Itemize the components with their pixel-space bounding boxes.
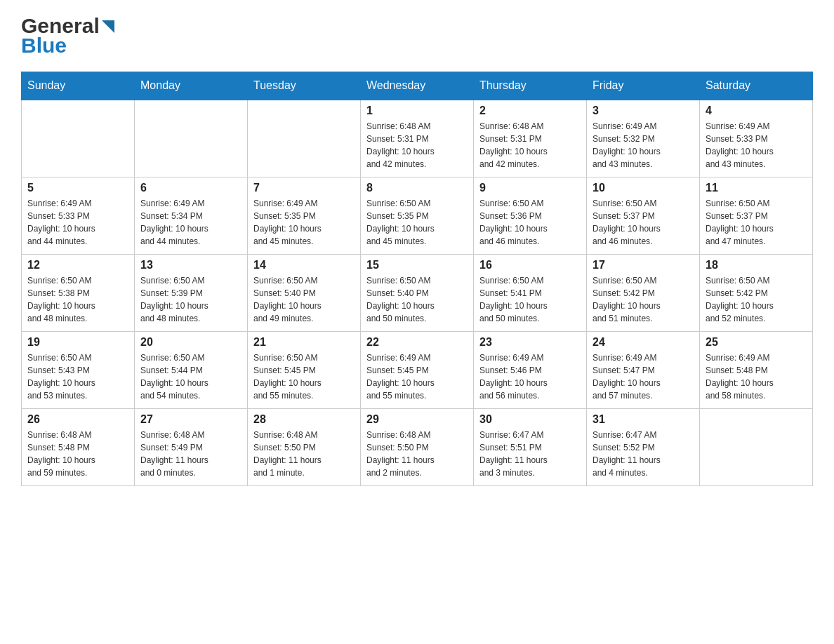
calendar-cell: 11Sunrise: 6:50 AM Sunset: 5:37 PM Dayli… (700, 177, 813, 254)
calendar-week-row: 5Sunrise: 6:49 AM Sunset: 5:33 PM Daylig… (22, 177, 813, 254)
day-number: 8 (366, 182, 468, 194)
day-number: 29 (366, 413, 468, 426)
day-number: 30 (479, 413, 581, 426)
calendar-cell: 30Sunrise: 6:47 AM Sunset: 5:51 PM Dayli… (474, 408, 587, 485)
calendar-cell: 13Sunrise: 6:50 AM Sunset: 5:39 PM Dayli… (135, 254, 248, 331)
day-info: Sunrise: 6:50 AM Sunset: 5:38 PM Dayligh… (27, 274, 128, 325)
calendar-cell: 21Sunrise: 6:50 AM Sunset: 5:45 PM Dayli… (248, 331, 361, 408)
logo: General Blue (21, 14, 114, 58)
day-info: Sunrise: 6:50 AM Sunset: 5:36 PM Dayligh… (479, 197, 581, 248)
svg-marker-0 (102, 20, 114, 33)
day-info: Sunrise: 6:49 AM Sunset: 5:33 PM Dayligh… (27, 197, 128, 248)
calendar-cell: 27Sunrise: 6:48 AM Sunset: 5:49 PM Dayli… (135, 408, 248, 485)
calendar-cell: 20Sunrise: 6:50 AM Sunset: 5:44 PM Dayli… (135, 331, 248, 408)
day-number: 25 (706, 336, 807, 349)
calendar-cell: 31Sunrise: 6:47 AM Sunset: 5:52 PM Dayli… (587, 408, 700, 485)
day-number: 24 (593, 336, 694, 349)
day-info: Sunrise: 6:48 AM Sunset: 5:50 PM Dayligh… (253, 429, 355, 479)
day-number: 6 (140, 182, 241, 194)
day-info: Sunrise: 6:49 AM Sunset: 5:45 PM Dayligh… (366, 351, 468, 402)
calendar-cell: 12Sunrise: 6:50 AM Sunset: 5:38 PM Dayli… (22, 254, 135, 331)
day-info: Sunrise: 6:50 AM Sunset: 5:39 PM Dayligh… (140, 274, 241, 325)
day-info: Sunrise: 6:50 AM Sunset: 5:37 PM Dayligh… (593, 197, 694, 248)
day-info: Sunrise: 6:50 AM Sunset: 5:35 PM Dayligh… (366, 197, 468, 248)
calendar-cell: 1Sunrise: 6:48 AM Sunset: 5:31 PM Daylig… (361, 100, 474, 177)
day-number: 22 (366, 336, 468, 349)
calendar-cell: 3Sunrise: 6:49 AM Sunset: 5:32 PM Daylig… (587, 100, 700, 177)
day-info: Sunrise: 6:48 AM Sunset: 5:31 PM Dayligh… (366, 120, 468, 170)
calendar-cell: 23Sunrise: 6:49 AM Sunset: 5:46 PM Dayli… (474, 331, 587, 408)
day-number: 18 (706, 259, 807, 271)
day-number: 31 (593, 413, 694, 426)
day-number: 12 (27, 259, 128, 271)
day-info: Sunrise: 6:49 AM Sunset: 5:34 PM Dayligh… (140, 197, 241, 248)
day-number: 13 (140, 259, 241, 271)
calendar-cell: 16Sunrise: 6:50 AM Sunset: 5:41 PM Dayli… (474, 254, 587, 331)
calendar-cell: 26Sunrise: 6:48 AM Sunset: 5:48 PM Dayli… (22, 408, 135, 485)
calendar-cell: 2Sunrise: 6:48 AM Sunset: 5:31 PM Daylig… (474, 100, 587, 177)
calendar-week-row: 12Sunrise: 6:50 AM Sunset: 5:38 PM Dayli… (22, 254, 813, 331)
calendar-cell (135, 100, 248, 177)
day-info: Sunrise: 6:49 AM Sunset: 5:48 PM Dayligh… (706, 351, 807, 402)
calendar-cell: 9Sunrise: 6:50 AM Sunset: 5:36 PM Daylig… (474, 177, 587, 254)
calendar-cell: 25Sunrise: 6:49 AM Sunset: 5:48 PM Dayli… (700, 331, 813, 408)
weekday-header-saturday: Saturday (700, 72, 813, 100)
day-info: Sunrise: 6:50 AM Sunset: 5:42 PM Dayligh… (593, 274, 694, 325)
calendar-cell: 10Sunrise: 6:50 AM Sunset: 5:37 PM Dayli… (587, 177, 700, 254)
day-number: 7 (253, 182, 355, 194)
calendar-cell: 4Sunrise: 6:49 AM Sunset: 5:33 PM Daylig… (700, 100, 813, 177)
day-info: Sunrise: 6:50 AM Sunset: 5:43 PM Dayligh… (27, 351, 128, 402)
calendar-body: 1Sunrise: 6:48 AM Sunset: 5:31 PM Daylig… (22, 100, 813, 485)
day-info: Sunrise: 6:50 AM Sunset: 5:40 PM Dayligh… (253, 274, 355, 325)
calendar-cell: 19Sunrise: 6:50 AM Sunset: 5:43 PM Dayli… (22, 331, 135, 408)
calendar-week-row: 1Sunrise: 6:48 AM Sunset: 5:31 PM Daylig… (22, 100, 813, 177)
day-number: 19 (27, 336, 128, 349)
day-info: Sunrise: 6:48 AM Sunset: 5:31 PM Dayligh… (479, 120, 581, 170)
calendar-header: SundayMondayTuesdayWednesdayThursdayFrid… (22, 72, 813, 100)
day-info: Sunrise: 6:48 AM Sunset: 5:48 PM Dayligh… (27, 429, 128, 479)
day-number: 23 (479, 336, 581, 349)
day-number: 28 (253, 413, 355, 426)
page-header: General Blue (21, 14, 813, 58)
weekday-header-tuesday: Tuesday (248, 72, 361, 100)
day-info: Sunrise: 6:50 AM Sunset: 5:42 PM Dayligh… (706, 274, 807, 325)
day-number: 17 (593, 259, 694, 271)
logo-blue-text: Blue (21, 34, 67, 57)
day-info: Sunrise: 6:50 AM Sunset: 5:37 PM Dayligh… (706, 197, 807, 248)
calendar-cell: 8Sunrise: 6:50 AM Sunset: 5:35 PM Daylig… (361, 177, 474, 254)
weekday-header-thursday: Thursday (474, 72, 587, 100)
weekday-header-friday: Friday (587, 72, 700, 100)
calendar-week-row: 19Sunrise: 6:50 AM Sunset: 5:43 PM Dayli… (22, 331, 813, 408)
weekday-header-monday: Monday (135, 72, 248, 100)
day-number: 11 (706, 182, 807, 194)
calendar-cell (248, 100, 361, 177)
day-number: 5 (27, 182, 128, 194)
day-number: 20 (140, 336, 241, 349)
day-number: 14 (253, 259, 355, 271)
day-info: Sunrise: 6:49 AM Sunset: 5:47 PM Dayligh… (593, 351, 694, 402)
calendar-cell: 15Sunrise: 6:50 AM Sunset: 5:40 PM Dayli… (361, 254, 474, 331)
day-info: Sunrise: 6:49 AM Sunset: 5:32 PM Dayligh… (593, 120, 694, 170)
calendar-cell (700, 408, 813, 485)
day-info: Sunrise: 6:48 AM Sunset: 5:50 PM Dayligh… (366, 429, 468, 479)
day-info: Sunrise: 6:50 AM Sunset: 5:40 PM Dayligh… (366, 274, 468, 325)
day-info: Sunrise: 6:49 AM Sunset: 5:46 PM Dayligh… (479, 351, 581, 402)
day-number: 21 (253, 336, 355, 349)
calendar-cell: 29Sunrise: 6:48 AM Sunset: 5:50 PM Dayli… (361, 408, 474, 485)
calendar-cell: 7Sunrise: 6:49 AM Sunset: 5:35 PM Daylig… (248, 177, 361, 254)
weekday-header-sunday: Sunday (22, 72, 135, 100)
day-number: 9 (479, 182, 581, 194)
calendar-cell: 6Sunrise: 6:49 AM Sunset: 5:34 PM Daylig… (135, 177, 248, 254)
calendar-cell: 22Sunrise: 6:49 AM Sunset: 5:45 PM Dayli… (361, 331, 474, 408)
day-info: Sunrise: 6:49 AM Sunset: 5:33 PM Dayligh… (706, 120, 807, 170)
calendar-cell: 24Sunrise: 6:49 AM Sunset: 5:47 PM Dayli… (587, 331, 700, 408)
day-number: 27 (140, 413, 241, 426)
calendar-table: SundayMondayTuesdayWednesdayThursdayFrid… (21, 72, 813, 486)
calendar-cell (22, 100, 135, 177)
day-number: 10 (593, 182, 694, 194)
day-info: Sunrise: 6:47 AM Sunset: 5:52 PM Dayligh… (593, 429, 694, 479)
day-number: 3 (593, 105, 694, 117)
day-number: 4 (706, 105, 807, 117)
day-info: Sunrise: 6:49 AM Sunset: 5:35 PM Dayligh… (253, 197, 355, 248)
calendar-cell: 14Sunrise: 6:50 AM Sunset: 5:40 PM Dayli… (248, 254, 361, 331)
